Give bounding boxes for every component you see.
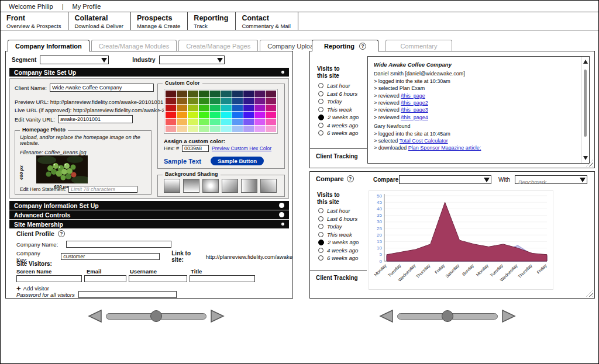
color-swatch[interactable] [254, 112, 265, 118]
log-link[interactable]: /this_page3 [401, 107, 428, 113]
shading-swatch[interactable] [164, 179, 180, 193]
log-link[interactable]: /this_page [401, 93, 425, 99]
color-swatch[interactable] [254, 105, 265, 111]
shading-swatch[interactable] [260, 179, 277, 193]
color-swatch[interactable] [266, 98, 276, 104]
radio-button[interactable] [318, 99, 323, 104]
industry-dropdown[interactable] [159, 56, 225, 64]
color-swatch[interactable] [266, 119, 276, 125]
period-radio-2-weeks-ago[interactable]: 2 weeks ago [318, 238, 359, 247]
preview-hex-link[interactable]: Preview Custom Hex Color [212, 145, 271, 151]
radio-button[interactable] [318, 255, 323, 261]
color-swatch[interactable] [177, 105, 187, 111]
color-swatch[interactable] [199, 119, 209, 125]
color-swatch[interactable] [232, 126, 243, 132]
visitor-email-input[interactable] [84, 275, 126, 282]
period-radio-today[interactable]: Today [318, 223, 359, 231]
log-link[interactable]: Total Cost Calculator [400, 138, 448, 144]
color-swatch[interactable] [266, 105, 276, 111]
section-closed-icon[interactable] [279, 212, 284, 217]
nav-item-front[interactable]: Front Overview & Prospects [1, 12, 68, 30]
my-profile-link[interactable]: My Profile [73, 3, 101, 10]
hero-statement-input[interactable] [68, 186, 137, 193]
homepage-photo-image[interactable] [36, 155, 88, 183]
nav-item-collateral[interactable]: Collateral Download & Deliver [68, 12, 130, 30]
color-swatch[interactable] [232, 98, 243, 104]
color-swatch[interactable] [232, 112, 243, 118]
color-swatch[interactable] [188, 98, 198, 104]
tab-company-information[interactable]: Company Information [8, 40, 89, 51]
compare-dropdown[interactable] [399, 175, 491, 184]
section-closed-icon[interactable] [279, 203, 284, 208]
color-swatch[interactable] [188, 91, 198, 97]
help-icon[interactable] [58, 230, 65, 237]
color-swatch[interactable] [199, 112, 209, 118]
radio-button[interactable] [318, 130, 323, 136]
slider-knob[interactable] [150, 310, 162, 322]
color-swatch[interactable] [177, 119, 187, 125]
color-swatch[interactable] [166, 105, 176, 111]
shading-swatch[interactable] [183, 179, 199, 193]
radio-button[interactable] [318, 232, 323, 237]
section-open-icon[interactable] [281, 71, 284, 74]
color-swatch[interactable] [166, 112, 176, 118]
color-swatch[interactable] [166, 91, 176, 97]
color-swatch[interactable] [243, 98, 254, 104]
color-swatch[interactable] [221, 98, 232, 104]
color-swatch[interactable] [199, 126, 209, 132]
radio-button[interactable] [318, 107, 323, 112]
scroll-down-icon[interactable] [583, 156, 588, 160]
radio-button[interactable] [318, 216, 323, 221]
radio-button[interactable] [318, 115, 324, 120]
period-radio-2-weeks-ago[interactable]: 2 weeks ago [318, 113, 359, 122]
password-input[interactable] [78, 291, 177, 298]
slider-right-arrow-icon[interactable] [501, 309, 517, 323]
log-link[interactable]: Plan Sponsor Magazine article: [408, 145, 481, 151]
color-swatch[interactable] [254, 119, 265, 125]
slider-left-arrow-icon[interactable] [87, 309, 102, 323]
company-name-input[interactable] [66, 241, 171, 248]
period-radio-4-weeks-ago[interactable]: 4 weeks ago [318, 247, 359, 255]
color-swatch[interactable] [188, 126, 198, 132]
scroll-thumb[interactable] [584, 70, 587, 137]
color-swatch[interactable] [243, 126, 254, 132]
radio-button[interactable] [318, 123, 323, 128]
color-swatch[interactable] [266, 91, 276, 97]
color-swatch[interactable] [188, 112, 198, 118]
section-open-icon[interactable] [281, 223, 284, 226]
nav-item-reporting[interactable]: Reporting Track [188, 12, 236, 30]
color-swatch[interactable] [199, 105, 209, 111]
radio-button[interactable] [318, 248, 323, 253]
period-radio-last-hour[interactable]: Last hour [318, 82, 359, 90]
color-swatch[interactable] [166, 119, 176, 125]
color-swatch[interactable] [188, 105, 198, 111]
tab-create-manage-pages[interactable]: Create/Manage Pages [178, 40, 258, 51]
section-bar-site-membership[interactable]: Site Membership [9, 220, 289, 228]
color-swatch[interactable] [232, 119, 243, 125]
period-radio-6-weeks-ago[interactable]: 6 weeks ago [318, 254, 359, 262]
color-swatch[interactable] [210, 105, 221, 111]
visitor-username-input[interactable] [129, 275, 187, 282]
slider-knob[interactable] [442, 310, 453, 322]
radio-button[interactable] [318, 91, 323, 96]
tab-reporting[interactable]: Reporting [312, 40, 378, 51]
nav-item-prospects[interactable]: Prospects Manage & Create [131, 12, 188, 30]
help-icon[interactable] [359, 43, 366, 50]
client-name-input[interactable] [50, 84, 154, 92]
log-link[interactable]: /this_page4 [401, 115, 428, 120]
color-swatch[interactable] [254, 126, 265, 132]
resize-handle[interactable] [586, 290, 593, 297]
period-radio-last-6-hours[interactable]: Last 6 hours [318, 215, 359, 223]
radio-button[interactable] [318, 240, 324, 245]
slider-left-arrow-icon[interactable] [378, 309, 394, 323]
tab-create-manage-modules[interactable]: Create/Manage Modules [91, 40, 177, 51]
color-swatch[interactable] [177, 98, 187, 104]
scroll-up-icon[interactable] [583, 60, 588, 64]
color-swatch[interactable] [199, 98, 209, 104]
period-radio-today[interactable]: Today [318, 98, 359, 106]
shading-swatch[interactable] [241, 179, 257, 193]
radio-button[interactable] [318, 224, 323, 229]
color-swatch[interactable] [210, 126, 221, 132]
color-swatch[interactable] [221, 126, 232, 132]
section-bar-advanced-controls[interactable]: Advanced Controls [9, 210, 289, 219]
